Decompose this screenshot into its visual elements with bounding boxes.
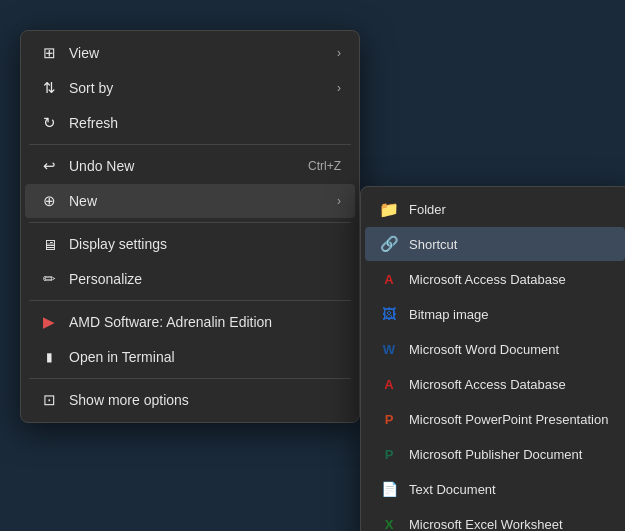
terminal-label: Open in Terminal	[69, 349, 341, 365]
menu-item-personalize[interactable]: ✏ Personalize	[25, 262, 355, 296]
submenu-item-shortcut[interactable]: 🔗 Shortcut	[365, 227, 625, 261]
powerpoint-label: Microsoft PowerPoint Presentation	[409, 412, 611, 427]
new-icon: ⊕	[39, 191, 59, 211]
undo-icon: ↩	[39, 156, 59, 176]
shortcut-label: Shortcut	[409, 237, 611, 252]
folder-icon: 📁	[379, 199, 399, 219]
personalize-label: Personalize	[69, 271, 341, 287]
amd-label: AMD Software: Adrenalin Edition	[69, 314, 341, 330]
refresh-icon: ↻	[39, 113, 59, 133]
submenu-item-folder[interactable]: 📁 Folder	[365, 192, 625, 226]
menu-item-terminal[interactable]: ▮ Open in Terminal	[25, 340, 355, 374]
menu-item-new[interactable]: ⊕ New ›	[25, 184, 355, 218]
powerpoint-icon: P	[379, 409, 399, 429]
menu-item-view[interactable]: ⊞ View ›	[25, 36, 355, 70]
context-menu-container: ⊞ View › ⇅ Sort by › ↻ Refresh ↩ Undo Ne…	[20, 30, 625, 426]
menu-item-sort-by[interactable]: ⇅ Sort by ›	[25, 71, 355, 105]
new-arrow: ›	[337, 194, 341, 208]
more-label: Show more options	[69, 392, 341, 408]
new-submenu: 📁 Folder 🔗 Shortcut A Microsoft Access D…	[360, 186, 625, 531]
access-db2-icon: A	[379, 374, 399, 394]
publisher-icon: P	[379, 444, 399, 464]
menu-item-refresh[interactable]: ↻ Refresh	[25, 106, 355, 140]
refresh-label: Refresh	[69, 115, 341, 131]
publisher-label: Microsoft Publisher Document	[409, 447, 611, 462]
access-db-label: Microsoft Access Database	[409, 272, 611, 287]
view-icon: ⊞	[39, 43, 59, 63]
display-icon: 🖥	[39, 234, 59, 254]
view-arrow: ›	[337, 46, 341, 60]
menu-item-more-options[interactable]: ⊡ Show more options	[25, 383, 355, 417]
divider-3	[29, 300, 351, 301]
undo-shortcut: Ctrl+Z	[308, 159, 341, 173]
amd-icon: ▶	[39, 312, 59, 332]
undo-label: Undo New	[69, 158, 298, 174]
submenu-item-publisher[interactable]: P Microsoft Publisher Document	[365, 437, 625, 471]
submenu-item-bitmap[interactable]: 🖼 Bitmap image	[365, 297, 625, 331]
submenu-item-access-db[interactable]: A Microsoft Access Database	[365, 262, 625, 296]
more-icon: ⊡	[39, 390, 59, 410]
new-label: New	[69, 193, 327, 209]
word-label: Microsoft Word Document	[409, 342, 611, 357]
bitmap-label: Bitmap image	[409, 307, 611, 322]
submenu-item-word[interactable]: W Microsoft Word Document	[365, 332, 625, 366]
sort-icon: ⇅	[39, 78, 59, 98]
excel-label: Microsoft Excel Worksheet	[409, 517, 611, 532]
text-label: Text Document	[409, 482, 611, 497]
excel-icon: X	[379, 514, 399, 531]
access-db-icon: A	[379, 269, 399, 289]
divider-2	[29, 222, 351, 223]
text-icon: 📄	[379, 479, 399, 499]
bitmap-icon: 🖼	[379, 304, 399, 324]
menu-item-display-settings[interactable]: 🖥 Display settings	[25, 227, 355, 261]
terminal-icon: ▮	[39, 347, 59, 367]
sort-arrow: ›	[337, 81, 341, 95]
divider-4	[29, 378, 351, 379]
menu-item-undo-new[interactable]: ↩ Undo New Ctrl+Z	[25, 149, 355, 183]
submenu-item-access-db2[interactable]: A Microsoft Access Database	[365, 367, 625, 401]
shortcut-icon: 🔗	[379, 234, 399, 254]
view-label: View	[69, 45, 327, 61]
folder-label: Folder	[409, 202, 611, 217]
context-menu: ⊞ View › ⇅ Sort by › ↻ Refresh ↩ Undo Ne…	[20, 30, 360, 423]
display-label: Display settings	[69, 236, 341, 252]
submenu-item-excel[interactable]: X Microsoft Excel Worksheet	[365, 507, 625, 531]
divider-1	[29, 144, 351, 145]
menu-item-amd[interactable]: ▶ AMD Software: Adrenalin Edition	[25, 305, 355, 339]
submenu-item-text[interactable]: 📄 Text Document	[365, 472, 625, 506]
sort-label: Sort by	[69, 80, 327, 96]
submenu-item-powerpoint[interactable]: P Microsoft PowerPoint Presentation	[365, 402, 625, 436]
word-icon: W	[379, 339, 399, 359]
personalize-icon: ✏	[39, 269, 59, 289]
access-db2-label: Microsoft Access Database	[409, 377, 611, 392]
